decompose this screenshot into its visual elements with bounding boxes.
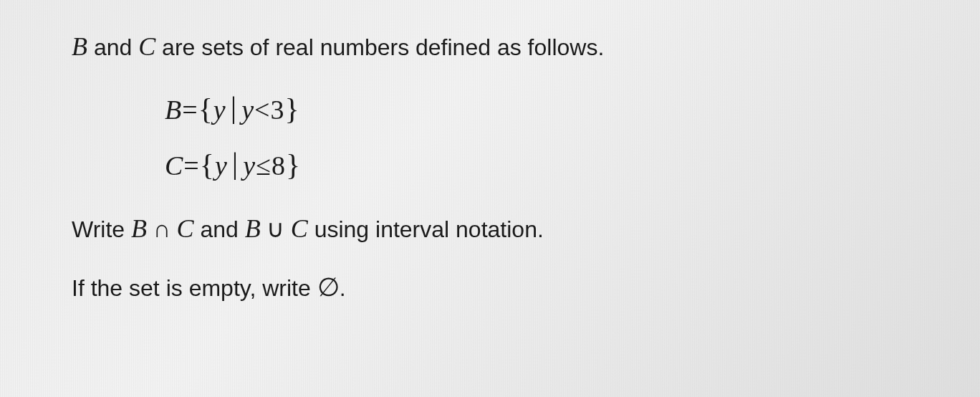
union-symbol: ∪: [261, 216, 291, 242]
variable-C: C: [138, 32, 155, 61]
instr1-pre: Write: [72, 216, 131, 242]
set-B-cond-var: y: [241, 95, 254, 125]
instr1-expr2-l: B: [245, 214, 261, 243]
set-C-val: 8: [272, 150, 286, 181]
set-B-rbrace: }: [284, 92, 299, 125]
intro-and: and: [87, 34, 138, 60]
instruction-empty: If the set is empty, write ∅.: [72, 268, 908, 307]
intersection-symbol: ∩: [147, 216, 177, 242]
set-C-rel: ≤: [256, 150, 272, 181]
set-C-bar: |: [228, 147, 243, 180]
instr2-post: .: [340, 275, 346, 301]
instr1-expr1-l: B: [131, 214, 147, 243]
set-B-bar: |: [226, 91, 241, 124]
problem-content: B and C are sets of real numbers defined…: [72, 29, 908, 307]
set-C-definition: C={y|y≤8}: [165, 148, 908, 182]
instr1-post: using interval notation.: [308, 216, 544, 242]
set-B-eq: =: [182, 95, 198, 125]
instr1-expr2-r: C: [291, 214, 308, 243]
instr2-pre: If the set is empty, write: [72, 275, 317, 301]
instr1-expr1-r: C: [177, 214, 194, 243]
set-C-eq: =: [183, 150, 199, 181]
set-B-var: y: [213, 95, 226, 125]
set-C-var: y: [215, 150, 228, 181]
set-C-lhs: C: [165, 150, 183, 181]
set-B-lbrace: {: [198, 92, 213, 125]
set-B-rel: <: [254, 95, 270, 125]
intro-text: B and C are sets of real numbers defined…: [72, 29, 908, 64]
variable-B: B: [72, 32, 87, 61]
intro-rest: are sets of real numbers defined as foll…: [155, 34, 604, 60]
set-B-lhs: B: [165, 95, 182, 125]
set-B-definition: B={y|y<3}: [165, 92, 908, 126]
instr1-mid: and: [194, 216, 245, 242]
set-B-val: 3: [270, 95, 284, 125]
set-C-lbrace: {: [200, 148, 215, 181]
set-C-cond-var: y: [243, 150, 256, 181]
set-C-rbrace: }: [286, 148, 301, 181]
empty-set-symbol: ∅: [317, 273, 340, 302]
instruction-write: Write B ∩ C and B ∪ C using interval not…: [72, 209, 908, 248]
set-definitions: B={y|y<3} C={y|y≤8}: [72, 92, 908, 182]
